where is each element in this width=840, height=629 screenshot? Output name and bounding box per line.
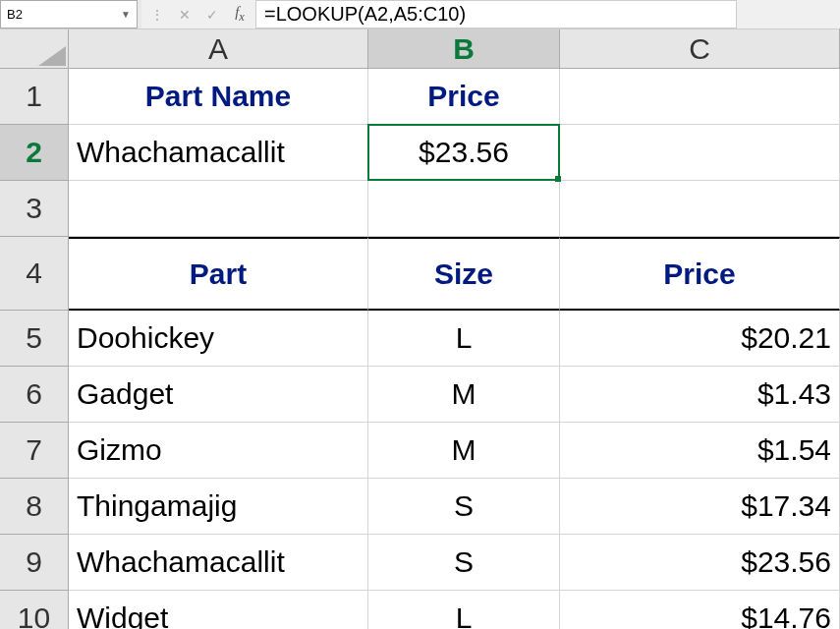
cell-c4[interactable]: Price <box>560 237 840 311</box>
row-9: 9 Whachamacallit S $23.56 <box>0 535 840 591</box>
formula-input-value: =LOOKUP(A2,A5:C10) <box>264 3 466 26</box>
formula-input[interactable]: =LOOKUP(A2,A5:C10) <box>255 0 737 29</box>
cell-c10[interactable]: $14.76 <box>560 591 840 629</box>
row-4: 4 Part Size Price <box>0 237 840 311</box>
formula-bar: B2 ▼ ⋮ ✕ ✓ fx =LOOKUP(A2,A5:C10) <box>0 0 840 29</box>
name-box[interactable]: B2 ▼ <box>0 0 138 29</box>
row-7: 7 Gizmo M $1.54 <box>0 423 840 479</box>
fx-icon[interactable]: fx <box>232 4 248 25</box>
select-all-corner[interactable] <box>0 29 69 69</box>
cell-a10[interactable]: Widget <box>69 591 368 629</box>
name-box-dropdown-icon[interactable]: ▼ <box>121 9 131 20</box>
cancel-icon[interactable]: ✕ <box>177 7 193 23</box>
row-6: 6 Gadget M $1.43 <box>0 367 840 423</box>
cell-c9[interactable]: $23.56 <box>560 535 840 591</box>
cell-b5[interactable]: L <box>368 311 560 367</box>
dots-icon[interactable]: ⋮ <box>149 7 165 23</box>
cell-a4[interactable]: Part <box>69 237 368 311</box>
row-header-7[interactable]: 7 <box>0 423 69 479</box>
cell-b7[interactable]: M <box>368 423 560 479</box>
row-header-9[interactable]: 9 <box>0 535 69 591</box>
row-header-5[interactable]: 5 <box>0 311 69 367</box>
cell-b2[interactable]: $23.56 <box>368 125 560 181</box>
row-header-4[interactable]: 4 <box>0 237 69 311</box>
row-header-6[interactable]: 6 <box>0 367 69 423</box>
row-8: 8 Thingamajig S $17.34 <box>0 479 840 535</box>
name-box-value: B2 <box>7 7 121 22</box>
cell-c8[interactable]: $17.34 <box>560 479 840 535</box>
row-2: 2 Whachamacallit $23.56 <box>0 125 840 181</box>
cell-c2[interactable] <box>560 125 840 181</box>
cell-a8[interactable]: Thingamajig <box>69 479 368 535</box>
cell-a2[interactable]: Whachamacallit <box>69 125 368 181</box>
cell-c7[interactable]: $1.54 <box>560 423 840 479</box>
cell-a5[interactable]: Doohickey <box>69 311 368 367</box>
row-header-1[interactable]: 1 <box>0 69 69 125</box>
row-10: 10 Widget L $14.76 <box>0 591 840 629</box>
cell-a6[interactable]: Gadget <box>69 367 368 423</box>
cell-b10[interactable]: L <box>368 591 560 629</box>
cell-b3[interactable] <box>368 181 560 237</box>
cell-b8[interactable]: S <box>368 479 560 535</box>
check-icon[interactable]: ✓ <box>204 7 220 23</box>
row-header-3[interactable]: 3 <box>0 181 69 237</box>
cell-b1[interactable]: Price <box>368 69 560 125</box>
row-5: 5 Doohickey L $20.21 <box>0 311 840 367</box>
cell-a1[interactable]: Part Name <box>69 69 368 125</box>
column-headers: A B C <box>69 29 840 69</box>
cell-b2-value: $23.56 <box>419 136 509 169</box>
cell-a3[interactable] <box>69 181 368 237</box>
row-header-2[interactable]: 2 <box>0 125 69 181</box>
spreadsheet: A B C 1 Part Name Price 2 Whachamacallit… <box>0 29 840 629</box>
cell-c1[interactable] <box>560 69 840 125</box>
row-1: 1 Part Name Price <box>0 69 840 125</box>
cell-a7[interactable]: Gizmo <box>69 423 368 479</box>
cell-c3[interactable] <box>560 181 840 237</box>
cell-a9[interactable]: Whachamacallit <box>69 535 368 591</box>
row-header-10[interactable]: 10 <box>0 591 69 629</box>
cell-b6[interactable]: M <box>368 367 560 423</box>
row-header-8[interactable]: 8 <box>0 479 69 535</box>
cell-b9[interactable]: S <box>368 535 560 591</box>
row-3: 3 <box>0 181 840 237</box>
cell-b4[interactable]: Size <box>368 237 560 311</box>
cell-c5[interactable]: $20.21 <box>560 311 840 367</box>
col-header-a[interactable]: A <box>69 29 368 69</box>
cell-c6[interactable]: $1.43 <box>560 367 840 423</box>
col-header-c[interactable]: C <box>560 29 840 69</box>
col-header-b[interactable]: B <box>368 29 560 69</box>
formula-bar-icons: ⋮ ✕ ✓ fx <box>141 0 255 29</box>
